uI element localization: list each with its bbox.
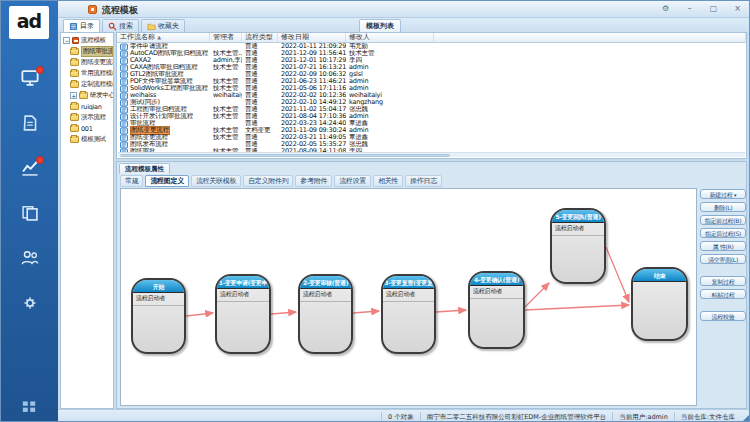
copy-process-button[interactable]: 复制过程 xyxy=(700,276,746,286)
table-cell: 文档变更 xyxy=(242,127,278,134)
set-next-process-button[interactable]: 指定后过程(S) xyxy=(700,228,746,238)
table-row[interactable]: GTL2图纸审批流程普通2022-02-09 10:06:32gslsl xyxy=(117,71,746,78)
template-list-tab[interactable]: 模板列表 xyxy=(359,19,401,32)
table-cell: 普通 xyxy=(242,134,278,141)
validate-process-button[interactable]: 流程校验 xyxy=(700,311,746,321)
template-properties-panel: 流程模板属性 常规流程图定义流程关联模板自定义附件列参考附件流程设置相关性操作日… xyxy=(116,161,747,409)
table-cell: 2021-07-21 16:13:21 xyxy=(278,64,346,71)
tree-item[interactable]: ruiqian xyxy=(61,101,113,112)
table-row[interactable]: weihaissweihaitaiyi普通2022-02-02 10:12:36… xyxy=(117,92,746,99)
tree-item[interactable]: +研发中心 xyxy=(61,90,113,101)
properties-tab[interactable]: 相关性 xyxy=(373,175,403,187)
tab-directory[interactable]: 目录 xyxy=(63,19,100,32)
grid-icon[interactable] xyxy=(18,397,40,415)
tree-item[interactable]: 常用流程模板 xyxy=(61,68,113,79)
properties-tab[interactable]: 参考附件 xyxy=(295,175,332,187)
flow-node[interactable]: 结束 xyxy=(631,267,688,341)
collapse-icon[interactable]: − xyxy=(63,37,70,44)
table-row[interactable]: 审批流程普通2022-03-23 14:24:40覃进鑫 xyxy=(117,120,746,127)
flow-canvas[interactable]: 开始流程启动者1-变更申请(变更申流程启动者2-变更审核(普通)流程启动者3-变… xyxy=(120,188,697,406)
properties-tab[interactable]: 流程图定义 xyxy=(145,175,189,187)
table-cell: admin xyxy=(346,78,434,85)
table-row[interactable]: CAXA2admin,李四普通2021-12-01 10:17:29李四 xyxy=(117,57,746,64)
flow-node[interactable]: 1-变更申请(变更申流程启动者 xyxy=(215,274,271,354)
properties-tab[interactable]: 流程设置 xyxy=(334,175,371,187)
gear-icon[interactable] xyxy=(18,294,42,316)
scrollbar-thumb[interactable] xyxy=(120,154,450,157)
properties-button[interactable]: 属 性(R) xyxy=(700,241,746,251)
minimize-button[interactable]: – xyxy=(682,3,697,14)
table-cell: weihaitaiyi xyxy=(346,92,434,99)
table-cell: 普通 xyxy=(242,78,278,85)
flow-node[interactable]: 5-变更回执(普通)流程启动者 xyxy=(550,208,606,284)
resize-grip[interactable] xyxy=(741,414,750,422)
horizontal-scrollbar[interactable] xyxy=(118,152,745,157)
table-row[interactable]: 图纸发布流程普通2022-02-05 15:35:27张忠魏 xyxy=(117,141,746,148)
table-cell: 张忠魏 xyxy=(346,141,434,148)
tree-item[interactable]: 图纸审批流程 xyxy=(61,46,113,57)
table-row[interactable]: 零件申请流程普通2022-01-11 21:09:29韦元勋 xyxy=(117,43,746,50)
tree-item[interactable]: 演示流程 xyxy=(61,112,113,123)
column-header[interactable]: 流程类型 xyxy=(242,33,278,42)
tree-item[interactable]: 001 xyxy=(61,123,113,134)
table-row[interactable]: CAXA图纸审批归档流程技术主管普通2021-07-21 16:13:21adm… xyxy=(117,64,746,71)
table-row[interactable]: AutoCAD图纸审批归档流程技术主管...普通2021-12-09 11:56… xyxy=(117,50,746,57)
document-icon[interactable] xyxy=(18,114,42,136)
dropdown-arrow-icon: ▾ xyxy=(734,192,736,198)
monitor-icon[interactable] xyxy=(18,69,42,91)
table-cell: 普通 xyxy=(242,64,278,71)
properties-tab[interactable]: 自定义附件列 xyxy=(243,175,293,187)
chart-icon[interactable] xyxy=(18,159,42,181)
column-header[interactable]: 工作流名称 ▲ xyxy=(117,33,210,42)
sort-icon: ▲ xyxy=(157,34,161,40)
folder-icon xyxy=(70,81,79,88)
node-title: 5-变更回执(普通) xyxy=(552,210,604,223)
table-row[interactable]: 工程图审批归档流程技术主管普通2021-11-02 15:04:17张忠魏 xyxy=(117,106,746,113)
properties-tab[interactable]: 操作日志 xyxy=(405,175,442,187)
tree-item[interactable]: 模板测试 xyxy=(61,134,113,145)
table-cell: 普通 xyxy=(242,43,278,50)
flow-node[interactable]: 开始流程启动者 xyxy=(131,278,186,354)
table-row[interactable]: 图纸变更流程技术主管文档变更2021-11-09 09:30:24admin xyxy=(117,127,746,134)
table-row[interactable]: SolidWorks工程图审批流程技术主管普通2021-05-06 17:11:… xyxy=(117,85,746,92)
delete-button[interactable]: 删除(L) xyxy=(700,202,746,212)
copy-icon[interactable] xyxy=(18,204,42,226)
folder-icon xyxy=(79,92,88,99)
set-prev-process-button[interactable]: 指定前过程(B) xyxy=(700,215,746,225)
tab-favorites[interactable]: 收藏夹 xyxy=(141,19,185,32)
users-icon[interactable] xyxy=(18,249,42,271)
flow-node[interactable]: 2-变更审核(普通)流程启动者 xyxy=(298,274,353,354)
tab-search[interactable]: 搜索 xyxy=(102,19,139,32)
tree-root[interactable]: − 流程模板 xyxy=(61,35,113,46)
clear-canvas-button[interactable]: 清空界面(L) xyxy=(700,254,746,264)
table-row[interactable]: 图纸变更流程技术主管普通2022-03-21 11:49:05覃进鑫 xyxy=(117,134,746,141)
properties-caption-tab[interactable]: 流程模板属性 xyxy=(119,163,170,174)
table-row[interactable]: PDF文件审批签章流程技术主管普通2021-06-23 11:46:21admi… xyxy=(117,78,746,85)
tree-item[interactable]: 图纸变更流程 xyxy=(61,57,113,68)
object-count: 0 个对象 xyxy=(381,412,420,422)
column-header[interactable]: 修改人 xyxy=(346,33,434,42)
flow-edge xyxy=(525,305,629,310)
expand-icon[interactable]: + xyxy=(70,92,77,99)
close-button[interactable]: × xyxy=(730,3,745,14)
properties-tab[interactable]: 流程关联模板 xyxy=(191,175,241,187)
flow-node[interactable]: 3-变更复查(变更复流程启动者 xyxy=(381,274,436,354)
properties-tab[interactable]: 常规 xyxy=(120,175,143,187)
settings-button[interactable]: ⚙ xyxy=(658,3,673,14)
table-cell: admin,李四 xyxy=(210,57,242,64)
table-cell: 普通 xyxy=(242,113,278,120)
folder-icon xyxy=(70,59,79,66)
tree-item[interactable]: 定制流程模板 xyxy=(61,79,113,90)
column-header[interactable]: 管理者 xyxy=(210,33,242,42)
flow-node[interactable]: 4-变更确认(普通)流程启动者 xyxy=(468,271,525,349)
table-row[interactable]: 测试(同步)普通2022-02-10 14:49:12kangzhang xyxy=(117,99,746,106)
table-row[interactable]: 设计开发计划审批流程技术主管普通2021-08-04 17:10:36admin xyxy=(117,113,746,120)
column-header[interactable]: 修改日期 xyxy=(278,33,346,42)
restore-button[interactable]: ▢ xyxy=(706,3,721,14)
notification-badge xyxy=(36,156,44,164)
new-process-button[interactable]: 新建过程 ▾ xyxy=(700,189,746,199)
table-cell: 普通 xyxy=(242,120,278,127)
paste-process-button[interactable]: 粘贴过程 xyxy=(700,289,746,299)
table-cell: 2021-08-04 17:10:36 xyxy=(278,113,346,120)
table-cell: 2021-05-06 17:11:16 xyxy=(278,85,346,92)
